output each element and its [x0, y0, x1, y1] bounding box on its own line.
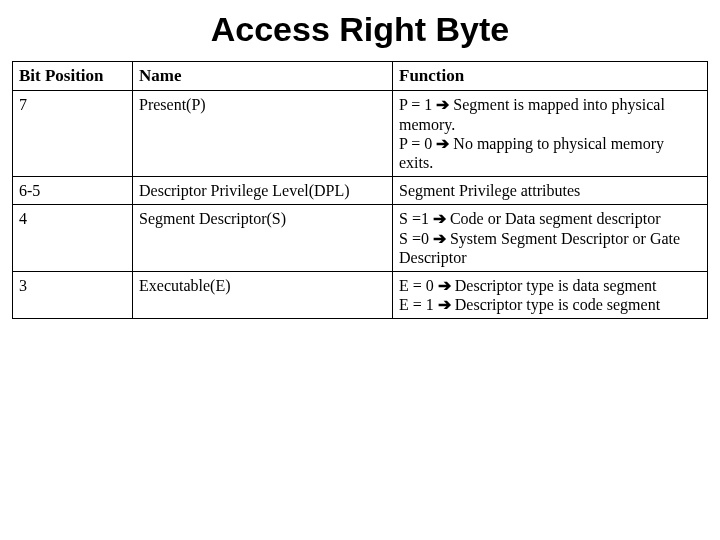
func-text: E = 1 — [399, 296, 438, 313]
access-right-table: Bit Position Name Function 7 Present(P) … — [12, 61, 708, 319]
func-line: P = 0 ➔ No mapping to physical memory ex… — [399, 134, 701, 172]
arrow-icon: ➔ — [433, 230, 446, 247]
table-row: 6-5 Descriptor Privilege Level(DPL) Segm… — [13, 177, 708, 205]
func-text: P = 0 — [399, 135, 436, 152]
col-function: Function — [393, 62, 708, 91]
cell-function: P = 1 ➔ Segment is mapped into physical … — [393, 91, 708, 177]
cell-bit: 7 — [13, 91, 133, 177]
arrow-icon: ➔ — [433, 210, 446, 227]
func-text: S =0 — [399, 230, 433, 247]
arrow-icon: ➔ — [438, 296, 451, 313]
func-text: S =1 — [399, 210, 433, 227]
func-line: P = 1 ➔ Segment is mapped into physical … — [399, 95, 701, 133]
func-line: E = 1 ➔ Descriptor type is code segment — [399, 295, 701, 314]
cell-function: Segment Privilege attributes — [393, 177, 708, 205]
page-title: Access Right Byte — [12, 10, 708, 49]
func-line: S =1 ➔ Code or Data segment descriptor — [399, 209, 701, 228]
arrow-icon: ➔ — [436, 135, 449, 152]
cell-bit: 4 — [13, 205, 133, 272]
func-text: Descriptor type is code segment — [451, 296, 660, 313]
table-row: 4 Segment Descriptor(S) S =1 ➔ Code or D… — [13, 205, 708, 272]
col-bit-position: Bit Position — [13, 62, 133, 91]
cell-bit: 3 — [13, 271, 133, 318]
col-name: Name — [133, 62, 393, 91]
func-text: E = 0 — [399, 277, 438, 294]
func-line: E = 0 ➔ Descriptor type is data segment — [399, 276, 701, 295]
func-text: Code or Data segment descriptor — [446, 210, 661, 227]
func-line: S =0 ➔ System Segment Descriptor or Gate… — [399, 229, 701, 267]
table-header-row: Bit Position Name Function — [13, 62, 708, 91]
cell-bit: 6-5 — [13, 177, 133, 205]
func-line: Segment Privilege attributes — [399, 181, 701, 200]
func-text: P = 1 — [399, 96, 436, 113]
func-text: Descriptor type is data segment — [451, 277, 657, 294]
slide: Access Right Byte Bit Position Name Func… — [0, 0, 720, 319]
arrow-icon: ➔ — [436, 96, 449, 113]
table-row: 3 Executable(E) E = 0 ➔ Descriptor type … — [13, 271, 708, 318]
arrow-icon: ➔ — [438, 277, 451, 294]
cell-name: Executable(E) — [133, 271, 393, 318]
cell-function: S =1 ➔ Code or Data segment descriptor S… — [393, 205, 708, 272]
table-row: 7 Present(P) P = 1 ➔ Segment is mapped i… — [13, 91, 708, 177]
cell-name: Segment Descriptor(S) — [133, 205, 393, 272]
cell-name: Descriptor Privilege Level(DPL) — [133, 177, 393, 205]
cell-name: Present(P) — [133, 91, 393, 177]
cell-function: E = 0 ➔ Descriptor type is data segment … — [393, 271, 708, 318]
